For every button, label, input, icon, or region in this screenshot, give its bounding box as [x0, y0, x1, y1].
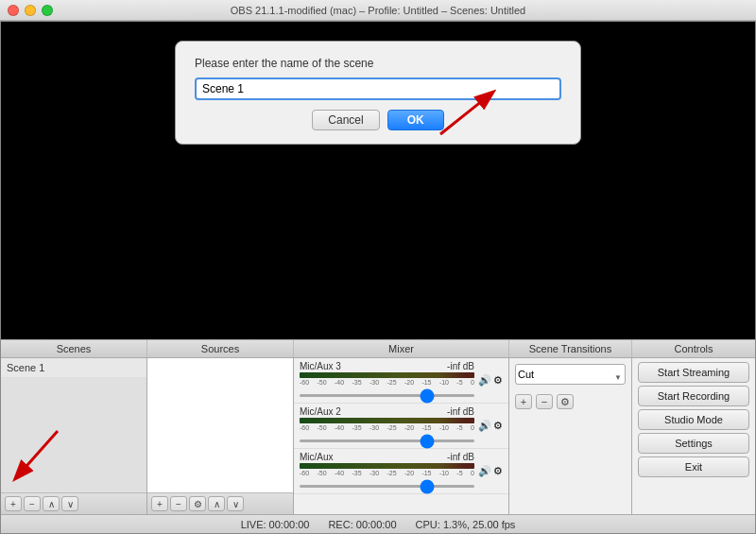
- controls-panel: Start Streaming Start Recording Studio M…: [632, 358, 755, 514]
- mixer-track3-icons: 🔊 ⚙: [478, 465, 503, 477]
- mixer-track1-volume[interactable]: [300, 394, 474, 397]
- speaker-icon-2[interactable]: 🔊: [478, 420, 491, 432]
- mixer-track2-db: -inf dB: [447, 406, 474, 417]
- transition-type-select[interactable]: Cut: [515, 364, 626, 385]
- maximize-button[interactable]: [42, 5, 53, 16]
- add-source-button[interactable]: +: [151, 496, 168, 511]
- window-controls[interactable]: [8, 5, 53, 16]
- mixer-track2-label: Mic/Aux 2: [300, 406, 447, 417]
- move-scene-down-button[interactable]: ∨: [61, 496, 78, 511]
- transitions-header: Scene Transitions: [509, 340, 632, 357]
- mixer-track2-volume[interactable]: [300, 439, 474, 442]
- dialog-buttons: Cancel OK: [195, 110, 561, 130]
- speaker-icon-3[interactable]: 🔊: [478, 465, 491, 477]
- transition-select-wrapper: Cut ▼: [515, 364, 626, 390]
- mixer-track2-meter: [300, 418, 474, 423]
- scenes-header: Scenes: [1, 340, 147, 357]
- mixer-header: Mixer: [294, 340, 509, 357]
- mixer-track-3: Mic/Aux -inf dB -60-50-40-35-30-25-20-15…: [294, 449, 508, 494]
- bottom-section: Scenes Sources Mixer Scene Transitions C…: [1, 339, 755, 533]
- mixer-track3-label: Mic/Aux: [300, 452, 447, 462]
- cpu-status: CPU: 1.3%, 25.00 fps: [416, 519, 516, 530]
- settings-icon[interactable]: ⚙: [493, 374, 503, 387]
- add-scene-button[interactable]: +: [5, 496, 22, 511]
- remove-source-button[interactable]: −: [170, 496, 187, 511]
- svg-line-3: [20, 431, 58, 474]
- scene-item-1[interactable]: Scene 1: [1, 358, 146, 378]
- mixer-track-1: Mic/Aux 3 -inf dB -60-50-40-35-30-25-20-…: [294, 358, 508, 404]
- transitions-panel: Cut ▼ + − ⚙: [509, 358, 632, 514]
- move-source-down-button[interactable]: ∨: [227, 496, 244, 511]
- mixer-track1-meter: [300, 372, 474, 378]
- settings-button[interactable]: Settings: [638, 433, 749, 454]
- studio-mode-button[interactable]: Studio Mode: [638, 409, 749, 430]
- settings-icon-2[interactable]: ⚙: [493, 420, 503, 432]
- live-status: LIVE: 00:00:00: [241, 519, 310, 530]
- scene-name-input[interactable]: [195, 78, 561, 100]
- move-scene-up-button[interactable]: ∧: [43, 496, 60, 511]
- dialog-overlay: Please enter the name of the scene Cance…: [1, 22, 755, 339]
- scene-arrow-annotation: [6, 422, 72, 488]
- mixer-track2-icons: 🔊 ⚙: [478, 420, 503, 432]
- exit-button[interactable]: Exit: [638, 456, 749, 477]
- transition-settings-button[interactable]: ⚙: [557, 394, 574, 409]
- controls-header: Controls: [632, 340, 755, 357]
- settings-icon-3[interactable]: ⚙: [493, 465, 503, 477]
- start-recording-button[interactable]: Start Recording: [638, 386, 749, 406]
- mixer-track1-label: Mic/Aux 3: [300, 361, 447, 371]
- scene-name-dialog: Please enter the name of the scene Cance…: [175, 41, 581, 145]
- move-source-up-button[interactable]: ∧: [208, 496, 225, 511]
- remove-transition-button[interactable]: −: [536, 394, 553, 409]
- mixer-panel: Mic/Aux 3 -inf dB -60-50-40-35-30-25-20-…: [294, 358, 509, 514]
- sources-toolbar: + − ⚙ ∧ ∨: [147, 492, 293, 514]
- start-streaming-button[interactable]: Start Streaming: [638, 362, 749, 383]
- preview-area: Please enter the name of the scene Cance…: [1, 22, 755, 339]
- close-button[interactable]: [8, 5, 19, 16]
- cancel-button[interactable]: Cancel: [312, 110, 379, 130]
- sources-panel: + − ⚙ ∧ ∨: [147, 358, 294, 514]
- rec-status: REC: 00:00:00: [328, 519, 396, 530]
- panels-row: Scene 1 +: [1, 358, 755, 514]
- sources-list: [147, 358, 293, 492]
- os-title-bar: OBS 21.1.1-modified (mac) – Profile: Unt…: [0, 0, 756, 21]
- remove-scene-button[interactable]: −: [24, 496, 41, 511]
- scenes-toolbar: + − ∧ ∨: [1, 492, 146, 514]
- sources-header: Sources: [147, 340, 294, 357]
- transitions-toolbar: + − ⚙: [515, 394, 626, 409]
- mixer-track3-db: -inf dB: [447, 452, 474, 462]
- scene-preview: [1, 378, 146, 492]
- add-transition-button[interactable]: +: [515, 394, 532, 409]
- scenes-panel: Scene 1 +: [1, 358, 147, 514]
- mixer-track1-icons: 🔊 ⚙: [478, 374, 503, 387]
- mixer-track3-volume[interactable]: [300, 485, 474, 488]
- minimize-button[interactable]: [25, 5, 36, 16]
- mixer-track3-meter: [300, 463, 474, 469]
- panel-headers: Scenes Sources Mixer Scene Transitions C…: [1, 339, 755, 358]
- window-title: OBS 21.1.1-modified (mac) – Profile: Unt…: [231, 5, 525, 16]
- speaker-icon[interactable]: 🔊: [478, 374, 491, 387]
- source-settings-button[interactable]: ⚙: [189, 496, 206, 511]
- dialog-prompt-text: Please enter the name of the scene: [195, 57, 561, 70]
- status-bar: LIVE: 00:00:00 REC: 00:00:00 CPU: 1.3%, …: [1, 514, 755, 533]
- ok-button[interactable]: OK: [387, 110, 444, 130]
- mixer-track-2: Mic/Aux 2 -inf dB -60-50-40-35-30-25-20-…: [294, 404, 508, 449]
- mixer-track1-db: -inf dB: [447, 361, 474, 371]
